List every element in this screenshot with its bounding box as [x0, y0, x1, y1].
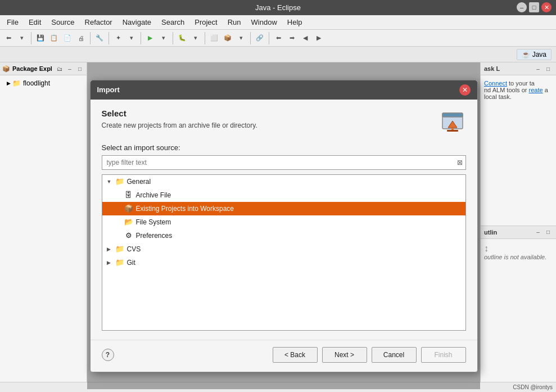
toolbar-btn-14[interactable]: ▾	[235, 32, 247, 44]
node-arrow-general: ▼	[107, 179, 114, 184]
toolbar-btn-12[interactable]: ⬜	[208, 32, 220, 44]
node-label-cvs: CVS	[127, 245, 141, 253]
node-arrow-git: ▶	[107, 260, 114, 265]
connect-link[interactable]: Connect	[484, 80, 507, 87]
filter-clear-button[interactable]: ⊠	[454, 157, 465, 168]
pkg-maximize-btn[interactable]: □	[75, 64, 84, 73]
task-text2: nd ALM tools or	[484, 87, 529, 93]
task-maximize-btn[interactable]: □	[544, 64, 553, 73]
toolbar-nav-next[interactable]: ▶	[313, 32, 325, 44]
dialog-section-desc: Create new projects from an archive file…	[102, 121, 257, 129]
outline-minimize-btn[interactable]: –	[534, 228, 543, 237]
toolbar-btn-5[interactable]: 📄	[61, 32, 74, 44]
pkg-collapse-btn[interactable]: 🗂	[55, 64, 64, 73]
pkg-title-text: Package Expl	[12, 65, 52, 72]
tree-node-cvs[interactable]: ▶ 📁 CVS	[102, 242, 465, 256]
next-button[interactable]: Next >	[322, 347, 367, 363]
tree-node-preferences[interactable]: ⚙ Preferences	[102, 229, 465, 242]
menu-window[interactable]: Window	[247, 16, 282, 28]
menu-bar: File Edit Source Refactor Navigate Searc…	[0, 15, 556, 30]
menu-edit[interactable]: Edit	[24, 16, 46, 28]
task-panel-controls: – □	[534, 64, 553, 73]
toolbar-run-dropdown[interactable]: ▾	[157, 32, 170, 44]
pkg-arrow-icon: ▶	[7, 80, 11, 86]
toolbar-btn-1[interactable]: ⬅	[2, 32, 15, 44]
toolbar-btn-7[interactable]: 🔧	[93, 32, 106, 44]
menu-project[interactable]: Project	[190, 16, 222, 28]
tree-node-archive-file[interactable]: 🗄 Archive File	[102, 188, 465, 202]
pkg-item-label: floodlight	[23, 79, 50, 87]
window-title: Java - Eclipse	[255, 3, 301, 12]
menu-refactor[interactable]: Refactor	[80, 16, 117, 28]
eclipse-header: ☕ Java	[0, 47, 556, 62]
node-icon-existing: 📦	[124, 204, 134, 213]
toolbar-separator-4	[141, 32, 141, 44]
toolbar-btn-11[interactable]: ▾	[189, 32, 202, 44]
node-label-preferences: Preferences	[136, 232, 173, 240]
dialog-btn-group: < Back Next > Cancel Finish	[273, 347, 466, 363]
toolbar-btn-13[interactable]: 📦	[222, 32, 234, 44]
toolbar-btn-3[interactable]: 💾	[34, 32, 47, 44]
toolbar-separator-2	[90, 32, 91, 44]
menu-file[interactable]: File	[2, 16, 23, 28]
cancel-button[interactable]: Cancel	[372, 347, 417, 363]
toolbar-btn-6[interactable]: 🖨	[75, 32, 87, 44]
toolbar: ⬅ ▾ 💾 📋 📄 🖨 🔧 ✦ ▾ ▶ ▾ 🐛 ▾ ⬜ 📦 ▾ 🔗 ⬅ ➡ ◀ …	[0, 30, 556, 47]
dialog-close-button[interactable]: ✕	[459, 84, 471, 96]
toolbar-nav-prev[interactable]: ◀	[299, 32, 311, 44]
toolbar-separator-6	[205, 32, 205, 44]
tree-node-general[interactable]: ▼ 📁 General	[102, 175, 465, 188]
pkg-minimize-btn[interactable]: –	[65, 64, 74, 73]
menu-search[interactable]: Search	[157, 16, 189, 28]
pkg-title-icon: 📦	[2, 65, 10, 73]
node-icon-cvs: 📁	[115, 245, 125, 254]
menu-run[interactable]: Run	[223, 16, 246, 28]
package-explorer: 📦 Package Expl 🗂 – □ ▶ 📁 floodlight	[0, 62, 87, 389]
outline-panel-content: ↕ outline is not available.	[481, 239, 556, 265]
title-bar-controls: – □ ✕	[517, 2, 552, 12]
dialog-bottom: ? < Back Next > Cancel Finish	[91, 340, 477, 372]
create-link[interactable]: reate	[529, 87, 543, 93]
finish-button[interactable]: Finish	[421, 347, 466, 363]
menu-source[interactable]: Source	[47, 16, 79, 28]
java-icon: ☕	[522, 51, 530, 58]
node-icon-general: 📁	[115, 177, 125, 186]
maximize-button[interactable]: □	[529, 2, 539, 12]
toolbar-btn-8[interactable]: ✦	[112, 32, 124, 44]
back-button[interactable]: < Back	[273, 347, 318, 363]
task-minimize-btn[interactable]: –	[534, 64, 543, 73]
menu-navigate[interactable]: Navigate	[118, 16, 156, 28]
outline-maximize-btn[interactable]: □	[544, 228, 553, 237]
filter-input-wrap[interactable]: ⊠	[102, 155, 466, 170]
node-icon-preferences: ⚙	[124, 231, 134, 240]
toolbar-btn-4[interactable]: 📋	[48, 32, 60, 44]
toolbar-btn-2[interactable]: ▾	[16, 32, 28, 44]
help-button[interactable]: ?	[102, 349, 114, 361]
status-text: CSDN @irontys	[513, 384, 553, 390]
title-bar: Java - Eclipse – □ ✕	[0, 0, 556, 15]
dialog-titlebar: Import ✕	[91, 80, 477, 100]
toolbar-btn-9[interactable]: ▾	[125, 32, 138, 44]
outline-toolbar-icon: ↕	[484, 244, 489, 253]
node-icon-filesystem: 📂	[124, 218, 134, 227]
toolbar-btn-15[interactable]: 🔗	[254, 32, 266, 44]
import-source-tree[interactable]: ▼ 📁 General 🗄 Archive File	[102, 174, 466, 331]
task-panel-header: ask L – □	[481, 62, 556, 75]
toolbar-nav-forward[interactable]: ➡	[286, 32, 298, 44]
java-perspective-tab[interactable]: ☕ Java	[517, 49, 552, 60]
toolbar-nav-back[interactable]: ⬅	[272, 32, 284, 44]
toolbar-btn-10[interactable]: 🐛	[176, 32, 188, 44]
node-label-git: Git	[127, 259, 135, 267]
minimize-button[interactable]: –	[517, 2, 527, 12]
pkg-tree-item-floodlight[interactable]: ▶ 📁 floodlight	[0, 78, 87, 89]
tree-node-git[interactable]: ▶ 📁 Git	[102, 256, 465, 269]
task-panel-title: ask L	[484, 65, 500, 72]
outline-empty-msg: outline is not available.	[484, 254, 546, 260]
toolbar-run[interactable]: ▶	[144, 32, 156, 44]
menu-help[interactable]: Help	[283, 16, 307, 28]
node-label-general: General	[127, 178, 151, 186]
filter-input[interactable]	[102, 156, 454, 169]
tree-node-file-system[interactable]: 📂 File System	[102, 215, 465, 229]
tree-node-existing-projects[interactable]: 📦 Existing Projects into Workspace	[102, 202, 465, 215]
close-button[interactable]: ✕	[541, 2, 552, 12]
